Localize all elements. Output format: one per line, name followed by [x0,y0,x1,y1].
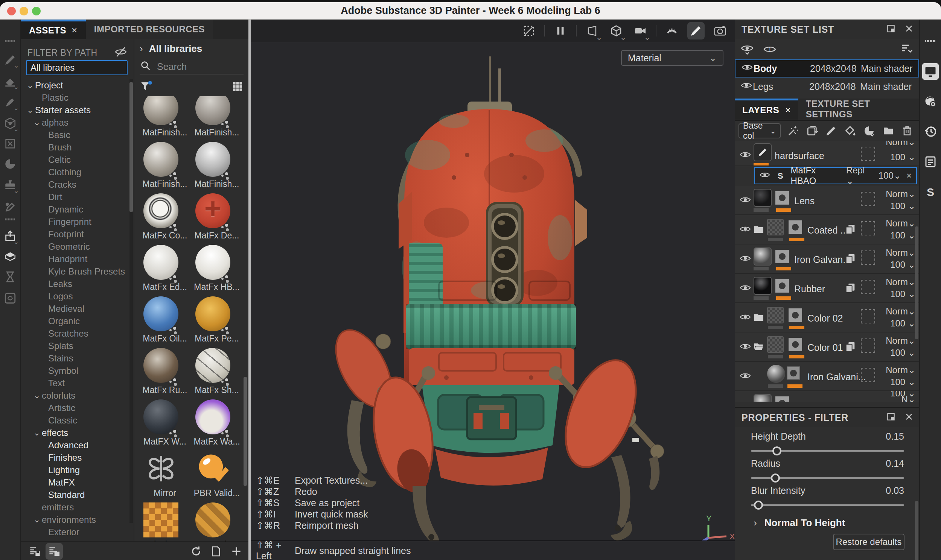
asset-item-matfx-wa-[interactable]: MatFx Wa... [191,399,243,451]
eye-one-icon[interactable]: 1 [764,43,776,56]
sort-list-icon[interactable] [900,42,913,55]
tree-item-medieval[interactable]: Medieval [21,302,134,315]
opacity-dropdown[interactable]: 100 ⌄ [890,348,915,358]
list-folder-view-button[interactable] [46,543,63,560]
asset-item-matfx-pe-[interactable]: MatFx Pe... [191,296,243,348]
tree-item-basic[interactable]: Basic [21,129,134,141]
tree-item-organic[interactable]: Organic [21,315,134,327]
tree-item-emitters[interactable]: emitters [21,501,134,513]
asset-item-pbr-valid-[interactable]: PBR Valid... [191,451,243,503]
viewport-canvas[interactable]: Material ⌄ ⇧⌘EExport Textures...⇧⌘ZRedo⇧… [251,42,735,540]
channel-filter-dropdown[interactable]: Base col ⌄ [739,123,781,138]
asset-item-matfx-hb-[interactable]: MatFx HB... [191,245,243,296]
tree-item-footprint[interactable]: Footprint [21,228,134,240]
shader-settings-button[interactable] [922,93,939,110]
tree-item-plastic[interactable]: Plastic [21,91,134,104]
tree-scrollbar[interactable] [130,79,133,523]
visibility-eye-icon[interactable] [740,194,751,207]
paint-brush-tool-button[interactable]: ⌄ [2,52,19,68]
visibility-eye-icon[interactable] [740,282,751,295]
add-folder-button[interactable] [882,123,895,139]
opacity-dropdown[interactable]: 100⌄ [879,170,901,181]
layer-row-iron-galvan-[interactable]: Iron Galvan... Norm⌄ 100 ⌄ [735,245,919,274]
asset-item-matfinish-[interactable]: MatFinish... [191,96,243,142]
properties-scrollbar[interactable] [915,501,918,560]
eraser-tool-button[interactable]: ⌄ [2,73,19,89]
smudge-tool-button[interactable] [2,156,19,172]
perspective-view-button[interactable]: ⌄ [583,22,601,40]
layer-row-iron-galvani-[interactable]: Iron Galvani... Norm⌄ 100 ⌄ [735,362,919,391]
visibility-eye-icon[interactable] [741,80,752,93]
remove-effect-icon[interactable]: × [906,170,912,181]
tree-item-effects[interactable]: ⌄effects [21,426,134,439]
shading-mode-dropdown[interactable]: Material ⌄ [621,50,723,66]
opacity-dropdown[interactable]: 100 ⌄ [890,152,915,163]
tab-layers[interactable]: LAYERS × [735,98,798,120]
tree-item-matfx[interactable]: MatFX [21,476,134,489]
blend-mode-dropdown[interactable]: Norm⌄ [885,335,915,346]
copy-icon[interactable] [844,253,856,266]
slider-knob[interactable] [772,446,781,455]
empty-mask-slot[interactable] [861,309,875,323]
layer-row-color-01[interactable]: Color 01 Norm⌄ 100 ⌄ [735,332,919,362]
tree-item-lighting[interactable]: Lighting [21,464,134,476]
tree-item-project[interactable]: ⌄Project [21,79,134,91]
asset-item-matfx-sh-[interactable]: MatFx Sh... [191,348,243,399]
grid-view-icon[interactable] [231,80,244,94]
magic-wand-button[interactable] [786,123,800,139]
copy-icon[interactable] [844,341,856,354]
tree-item-scratches[interactable]: Scratches [21,327,134,340]
chevron-down-icon[interactable]: ⌄ [32,428,42,438]
undock-panel-icon[interactable] [886,412,896,423]
history-button[interactable] [922,123,939,140]
asset-item-matfx-de-[interactable]: MatFx De... [191,193,243,245]
eye-dropdown-icon[interactable] [741,43,754,56]
blend-mode-dropdown[interactable]: Norm⌄ [885,277,915,287]
empty-mask-slot[interactable] [861,368,875,382]
slider-track[interactable] [751,450,904,452]
empty-mask-slot[interactable] [861,192,875,206]
paint-brush-button[interactable] [824,123,838,139]
blend-mode-dropdown[interactable]: Repl ⌄ [846,165,873,186]
visibility-eye-icon[interactable] [740,149,751,162]
copy-icon[interactable] [844,223,856,237]
tree-item-dirt[interactable]: Dirt [21,191,134,203]
tree-item-environments[interactable]: ⌄environments [21,513,134,526]
asset-item-matfinish-[interactable]: MatFinish... [139,96,191,142]
tree-item-text[interactable]: Text [21,377,134,389]
layer-row-hardsurface[interactable]: hardsurface Norm⌄ 100 ⌄ [735,141,919,166]
asset-item-matfx-ru-[interactable]: MatFx Ru... [139,348,191,399]
polygon-fill-tool-button[interactable]: ⌄ [2,115,19,132]
tree-item-symbol[interactable]: Symbol [21,365,134,377]
chevron-down-icon[interactable]: ⌄ [25,105,35,115]
empty-mask-slot[interactable] [861,251,875,265]
tree-item-leaks[interactable]: Leaks [21,278,134,290]
tree-item-geometric[interactable]: Geometric [21,240,134,253]
search-input[interactable]: Search [140,59,244,74]
tree-item-logos[interactable]: Logos [21,290,134,302]
paint-brush-button[interactable] [687,22,705,40]
tree-item-exterior[interactable]: Exterior [21,526,134,538]
opacity-dropdown[interactable]: 100 ⌄ [890,377,915,388]
tab-assets[interactable]: ASSETS × [21,20,86,39]
breadcrumb[interactable]: › All libraries [140,43,202,55]
path-filter-input[interactable]: All libraries [26,60,128,75]
layer-row-mat[interactable]: Mat N⌄ 100 ⌄ [735,391,919,402]
pause-engine-button[interactable] [552,22,569,40]
undock-panel-icon[interactable] [886,24,896,35]
close-tab-icon[interactable]: × [785,105,791,115]
refresh-assets-button[interactable] [187,543,205,560]
visibility-eye-icon[interactable] [742,62,753,75]
smudge-tool-button[interactable] [862,123,876,139]
layer-effect-matfx-hbao[interactable]: S MatFx HBAO Repl ⌄ 100⌄ × [754,167,917,184]
asset-item-mirror[interactable]: Mirror [139,451,191,503]
tree-item-kyle-brush-presets[interactable]: Kyle Brush Presets [21,265,134,278]
normal-to-height-section[interactable]: › Normal To Height [754,517,845,529]
blend-mode-dropdown[interactable]: Norm⌄ [885,189,915,199]
assets-library-tool-button[interactable] [2,248,19,265]
slider-track[interactable] [751,477,904,479]
opacity-dropdown[interactable]: 100 ⌄ [890,230,915,241]
close-panel-icon[interactable] [904,24,914,35]
empty-mask-slot[interactable] [861,221,875,235]
slider-knob[interactable] [771,474,780,483]
